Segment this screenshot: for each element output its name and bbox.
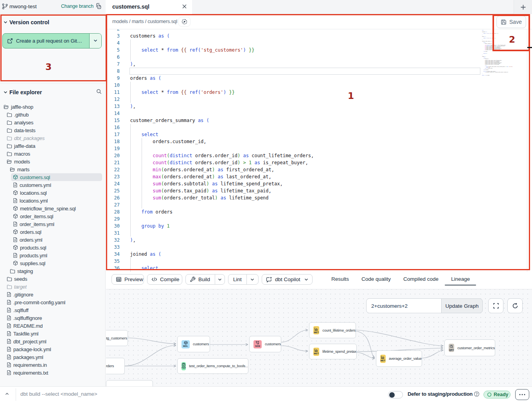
tree-item-products.yml[interactable]: products.yml [0,251,106,259]
defer-toggle[interactable] [388,391,403,398]
tree-item-customers.sql[interactable]: customers.sql [0,173,106,181]
search-icon[interactable] [96,88,102,95]
lineage-node-orders[interactable]: MDL orders [106,358,125,374]
lineage-node-lifetime_spend_pretax[interactable]: MET lifetime_spend_pretax [309,344,357,359]
help-icon[interactable] [474,391,480,397]
tree-item-label: .github [14,112,29,118]
branch-widget: mwong-test Change branch [0,0,106,13]
tree-item-requirements.txt[interactable]: requirements.txt [0,369,106,377]
file-icon [13,237,18,242]
tree-item-products.sql[interactable]: products.sql [0,244,106,251]
tree-item-orders.sql[interactable]: orders.sql [0,228,106,236]
file-explorer-header[interactable]: File explorer [3,88,42,96]
folder-icon [7,128,12,133]
tree-item-label: macros [14,151,30,157]
branch-name: mwong-test [9,4,37,9]
tab-lineage[interactable]: Lineage [445,272,476,286]
qry-icon [449,345,453,348]
lineage-node-average_order_value[interactable]: MET average_order_value [376,350,422,367]
line-number: 15 [106,117,120,124]
lineage-node-count_lifetime_orders[interactable]: MET count_lifetime_orders [309,322,356,338]
tree-item-dbt-packages[interactable]: dbt_packages [0,134,106,142]
tree-item-label: jaffle-shop [11,104,33,110]
lineage-node-customer_order_metrics[interactable]: QRY customer_order_metrics [444,339,495,356]
tree-item-jaffle-data[interactable]: jaffle-data [0,142,106,150]
tree-item-analyses[interactable]: analyses [0,118,106,126]
tree-item-requirements.in[interactable]: requirements.in [0,361,106,369]
tab-customers-sql[interactable]: customers.sql [106,0,192,14]
tree-item-.pre-commit-config.yaml[interactable]: .pre-commit-config.yaml [0,298,106,306]
defer-label: Defer to staging/production [408,391,473,397]
tree-item-packages.yml[interactable]: packages.yml [0,353,106,361]
build-button[interactable]: Build [186,275,215,284]
compile-button[interactable]: Compile [147,274,182,285]
tab-code-quality[interactable]: Code quality [355,272,397,286]
tree-item-package-lock.yml[interactable]: package-lock.yml [0,345,106,353]
chevron-up-icon[interactable] [4,391,10,396]
create-pr-dropdown[interactable] [89,34,101,48]
tree-item-models[interactable]: models [0,158,106,165]
tree-item-staging[interactable]: staging [0,267,106,275]
tree-item-.sqlfluffignore[interactable]: .sqlfluffignore [0,314,106,322]
save-button[interactable]: Save [496,16,526,28]
tree-item-macros[interactable]: macros [0,150,106,158]
refresh-button[interactable] [507,298,523,313]
tab-compiled-code[interactable]: Compiled code [397,272,445,286]
status-circle-icon [487,392,492,397]
tree-item-jaffle-shop[interactable]: jaffle-shop [0,103,106,111]
ready-status-badge[interactable]: Ready [483,391,510,398]
copy-branch-icon[interactable] [95,3,102,9]
code-editor[interactable]: 23customers as (45 select * from {{ ref(… [106,29,532,272]
tree-item-README.md[interactable]: README.md [0,322,106,330]
lineage-node-customers_mdl[interactable]: MDL customers [177,336,210,352]
lineage-node-test_node[interactable]: TST test_order_items_compute_to_bools… [177,358,248,374]
line-number: 34 [106,251,120,258]
tree-item-orders.yml[interactable]: orders.yml [0,236,106,244]
close-tab-icon[interactable] [182,4,187,9]
update-graph-button[interactable]: Update Graph [441,298,483,313]
minimap[interactable]: with customers as ( select * from {{ ref… [482,30,526,249]
tree-item-order-items.yml[interactable]: order_items.yml [0,220,106,228]
tree-item-target[interactable]: target [0,283,106,291]
lineage-panel[interactable]: MDL stg_customers MDL orders MDL MDL cus… [106,289,532,386]
tree-item-metricflow-time-spine.sql[interactable]: metricflow_time_spine.sql [0,205,106,212]
lineage-node-stg_customers[interactable]: MDL stg_customers [106,330,128,346]
tree-item-dbt-project.yml[interactable]: dbt_project.yml [0,337,106,345]
create-pr-label: Create a pull request on Git… [16,38,82,44]
create-pr-button[interactable]: Create a pull request on Git… [2,33,102,48]
lint-button[interactable]: Lint [228,275,246,284]
command-input[interactable]: dbt build --select <model_name> [20,391,97,397]
line-number: 27 [106,201,120,208]
more-options-button[interactable] [515,389,529,400]
tab-results[interactable]: Results [325,272,355,286]
lineage-filter-input[interactable]: 2+customers+2 [366,298,442,313]
file-icon [7,323,11,328]
tree-item-seeds[interactable]: seeds [0,275,106,283]
tree-item-marts[interactable]: marts [0,165,106,173]
lineage-node-customers_sem[interactable]: SEM customers [249,336,281,352]
tree-item-Taskfile.yml[interactable]: Taskfile.yml [0,330,106,337]
dbt-copilot-button[interactable]: dbt Copilot [262,274,313,285]
lineage-node-partial[interactable]: MDL [106,380,153,386]
copilot-compass-button[interactable] [178,17,191,27]
version-control-header[interactable]: Version control [3,18,49,26]
model-cube-icon [13,174,18,180]
tree-item-locations.sql[interactable]: locations.sql [0,189,106,197]
tree-item-label: staging [17,268,33,274]
tree-item-.github[interactable]: .github [0,111,106,118]
lint-dropdown[interactable] [247,275,258,284]
tree-item-.gitignore[interactable]: .gitignore [0,291,106,298]
create-pr-main[interactable]: Create a pull request on Git… [3,34,89,48]
tree-item-data-tests[interactable]: data-tests [0,126,106,134]
tree-item-label: orders.sql [20,229,41,235]
new-tab-button[interactable] [514,0,532,14]
build-dropdown[interactable] [215,275,225,284]
preview-button[interactable]: Preview [111,274,144,285]
tree-item-locations.yml[interactable]: locations.yml [0,197,106,205]
fullscreen-button[interactable] [488,298,503,313]
tree-item-customers.yml[interactable]: customers.yml [0,181,106,189]
tree-item-.sqlfluff[interactable]: .sqlfluff [0,306,106,314]
tree-item-supplies.sql[interactable]: supplies.sql [0,259,106,267]
tree-item-order-items.sql[interactable]: order_items.sql [0,212,106,220]
change-branch-link[interactable]: Change branch [61,4,93,9]
